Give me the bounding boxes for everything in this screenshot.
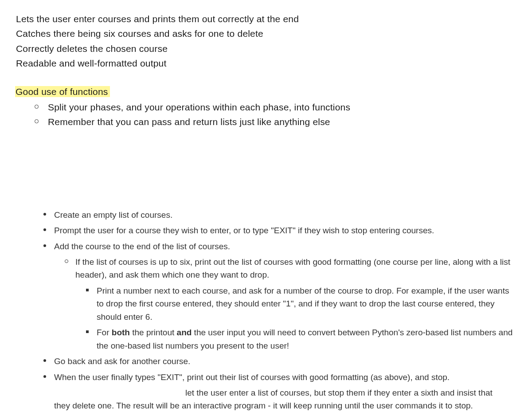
functions-heading: Good use of functions — [15, 86, 110, 97]
requirement-line: Correctly deletes the chosen course — [16, 42, 516, 55]
requirements-section: Lets the user enter courses and prints t… — [16, 12, 516, 129]
functions-point: Split your phases, and your operations w… — [35, 101, 516, 114]
step-item: Add the course to the end of the list of… — [43, 240, 516, 353]
step-sublist: If the list of courses is up to six, pri… — [65, 255, 516, 352]
trailing-paragraph: let the user enter a list of courses, bu… — [54, 386, 503, 412]
functions-points-list: Split your phases, and your operations w… — [35, 101, 516, 129]
step-item: Go back and ask for another course. — [43, 355, 516, 368]
both-mid: the printout — [130, 328, 177, 337]
step-subsubitem: For both the printout and the user input… — [86, 326, 516, 352]
step-item: Prompt the user for a course they wish t… — [43, 224, 516, 237]
step-subsublist: Print a number next to each course, and … — [86, 284, 516, 352]
requirement-line: Lets the user enter courses and prints t… — [16, 12, 516, 25]
requirement-line: Readable and well-formatted output — [16, 57, 516, 70]
steps-list: Create an empty list of courses. Prompt … — [43, 208, 516, 384]
step-text: Add the course to the end of the list of… — [54, 242, 230, 251]
functions-heading-row: Good use of functions — [16, 85, 516, 98]
both-word: both — [112, 328, 130, 337]
step-subitem: If the list of courses is up to six, pri… — [65, 255, 516, 352]
step-item: Create an empty list of courses. — [43, 208, 516, 221]
step-subtext: If the list of courses is up to six, pri… — [75, 257, 510, 279]
instructions-section: Create an empty list of courses. Prompt … — [16, 208, 516, 412]
step-subsubitem: Print a number next to each course, and … — [86, 284, 516, 323]
both-prefix: For — [97, 328, 112, 337]
requirement-line: Catches there being six courses and asks… — [16, 27, 516, 40]
and-word: and — [177, 328, 192, 337]
step-item: When the user finally types "EXIT", prin… — [43, 371, 516, 384]
functions-point: Remember that you can pass and return li… — [35, 115, 516, 128]
